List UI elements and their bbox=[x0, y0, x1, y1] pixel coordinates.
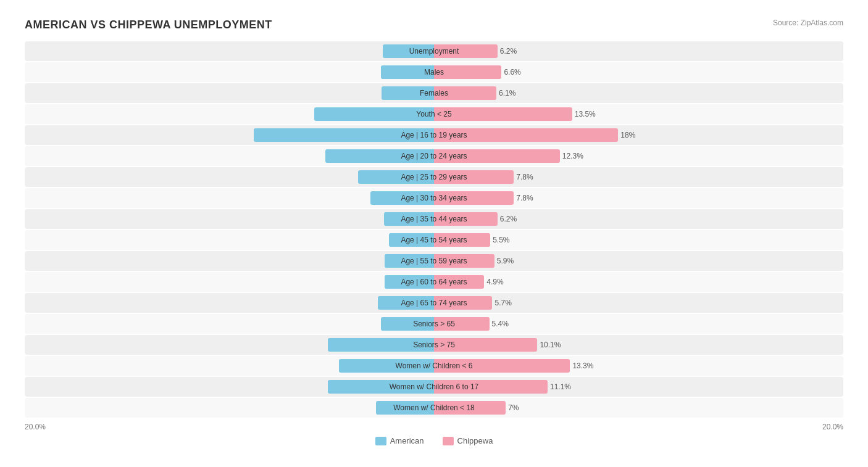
bar-right bbox=[434, 65, 501, 79]
row-label: Women w/ Children < 18 bbox=[393, 403, 475, 412]
bar-right-container: 12.3% bbox=[434, 146, 843, 166]
bar-right-value: 5.7% bbox=[495, 299, 867, 307]
bar-right-value: 11.1% bbox=[550, 382, 867, 391]
legend-color-american bbox=[375, 437, 386, 445]
bar-left-container: 5.2% bbox=[25, 314, 434, 334]
row-inner: 4.8% Age | 55 to 59 years 5.9% bbox=[25, 251, 843, 271]
row-label: Age | 60 to 64 years bbox=[401, 278, 467, 286]
bar-left-container: 4.4% bbox=[25, 230, 434, 250]
bar-row: 17.6% Age | 16 to 19 years 18% bbox=[25, 125, 843, 145]
row-label: Age | 55 to 59 years bbox=[401, 257, 467, 265]
bar-left-container: 5% bbox=[25, 41, 434, 61]
legend-label-american: American bbox=[390, 436, 424, 445]
row-label: Females bbox=[420, 89, 448, 97]
row-label: Age | 30 to 34 years bbox=[401, 194, 467, 202]
bar-right-container: 7.8% bbox=[434, 167, 843, 187]
bar-row: 4.8% Age | 60 to 64 years 4.9% bbox=[25, 272, 843, 292]
bar-row: 5.2% Seniors > 65 5.4% bbox=[25, 314, 843, 334]
legend-color-chippewa bbox=[443, 437, 454, 445]
bar-right-container: 5.7% bbox=[434, 293, 843, 313]
legend: American Chippewa bbox=[25, 436, 843, 445]
bar-left-container: 11.7% bbox=[25, 104, 434, 124]
bar-left-container: 5.5% bbox=[25, 293, 434, 313]
bar-right-container: 6.6% bbox=[434, 62, 843, 82]
bar-row: 6.2% Age | 30 to 34 years 7.8% bbox=[25, 188, 843, 208]
row-label: Age | 35 to 44 years bbox=[401, 215, 467, 223]
row-label: Age | 25 to 29 years bbox=[401, 173, 467, 181]
bar-left-container: 5.2% bbox=[25, 62, 434, 82]
bar-left-container: 4.8% bbox=[25, 272, 434, 292]
legend-label-chippewa: Chippewa bbox=[457, 436, 493, 445]
bar-row: 10.4% Women w/ Children 6 to 17 11.1% bbox=[25, 377, 843, 397]
bar-right-value: 13.3% bbox=[572, 362, 867, 370]
bar-row: 7.4% Age | 25 to 29 years 7.8% bbox=[25, 167, 843, 187]
bar-row: 11.7% Youth < 25 13.5% bbox=[25, 104, 843, 124]
bar-right-value: 7.8% bbox=[516, 194, 867, 202]
row-inner: 7.4% Age | 25 to 29 years 7.8% bbox=[25, 167, 843, 187]
bar-right-container: 5.5% bbox=[434, 230, 843, 250]
bar-row: 5.1% Females 6.1% bbox=[25, 83, 843, 103]
bar-row: 5% Unemployment 6.2% bbox=[25, 41, 843, 61]
bar-right-container: 18% bbox=[434, 125, 843, 145]
row-inner: 6.2% Age | 30 to 34 years 7.8% bbox=[25, 188, 843, 208]
row-inner: 4.8% Age | 60 to 64 years 4.9% bbox=[25, 272, 843, 292]
bar-right-container: 5.4% bbox=[434, 314, 843, 334]
bar-right-value: 4.9% bbox=[486, 278, 867, 286]
bar-left-container: 10.4% bbox=[25, 377, 434, 397]
bar-left-container: 17.6% bbox=[25, 125, 434, 145]
bottom-axis: 20.0% 20.0% bbox=[25, 423, 843, 431]
row-label: Seniors > 75 bbox=[413, 341, 455, 349]
row-inner: 5.5% Age | 65 to 74 years 5.7% bbox=[25, 293, 843, 313]
bar-right-container: 5.9% bbox=[434, 251, 843, 271]
bar-right-value: 5.9% bbox=[497, 257, 867, 265]
axis-left-label: 20.0% bbox=[25, 423, 46, 431]
row-inner: 11.7% Youth < 25 13.5% bbox=[25, 104, 843, 124]
row-label: Women w/ Children < 6 bbox=[396, 362, 473, 370]
bar-right-container: 6.2% bbox=[434, 209, 843, 229]
bar-right-value: 6.2% bbox=[500, 47, 867, 56]
bar-row: 10.6% Age | 20 to 24 years 12.3% bbox=[25, 146, 843, 166]
row-label: Age | 65 to 74 years bbox=[401, 299, 467, 307]
bar-right-value: 6.1% bbox=[499, 89, 867, 97]
row-label: Age | 45 to 54 years bbox=[401, 236, 467, 244]
bar-left-container: 4.8% bbox=[25, 251, 434, 271]
chart-area: 5% Unemployment 6.2% 5.2% Males bbox=[25, 41, 843, 418]
bar-right-container: 6.1% bbox=[434, 83, 843, 103]
row-inner: 5.2% Seniors > 65 5.4% bbox=[25, 314, 843, 334]
bar-right-container: 7.8% bbox=[434, 188, 843, 208]
bar-row: 10.4% Seniors > 75 10.1% bbox=[25, 335, 843, 355]
legend-item-chippewa: Chippewa bbox=[443, 436, 493, 445]
bar-right-value: 5.4% bbox=[492, 320, 867, 328]
bar-right-value: 12.3% bbox=[562, 152, 867, 160]
bar-right-value: 7% bbox=[508, 403, 867, 412]
bar-left-container: 5.7% bbox=[25, 398, 434, 418]
row-label: Youth < 25 bbox=[416, 110, 451, 118]
bar-left-container: 10.4% bbox=[25, 335, 434, 355]
bar-row: 4.4% Age | 45 to 54 years 5.5% bbox=[25, 230, 843, 250]
bar-right-container: 7% bbox=[434, 398, 843, 418]
bar-right-container: 10.1% bbox=[434, 335, 843, 355]
row-label: Males bbox=[424, 68, 444, 76]
row-inner: 17.6% Age | 16 to 19 years 18% bbox=[25, 125, 843, 145]
bar-right-value: 6.6% bbox=[504, 68, 867, 76]
bar-right-value: 18% bbox=[620, 131, 867, 139]
row-inner: 5% Unemployment 6.2% bbox=[25, 41, 843, 61]
bar-row: 5.5% Age | 65 to 74 years 5.7% bbox=[25, 293, 843, 313]
bar-right-value: 6.2% bbox=[500, 215, 867, 223]
bar-row: 5.2% Males 6.6% bbox=[25, 62, 843, 82]
chart-source: Source: ZipAtlas.com bbox=[773, 19, 843, 27]
bar-right-container: 4.9% bbox=[434, 272, 843, 292]
bar-left-container: 6.2% bbox=[25, 188, 434, 208]
bar-right-value: 10.1% bbox=[540, 341, 867, 349]
bar-right-container: 11.1% bbox=[434, 377, 843, 397]
chart-container: AMERICAN VS CHIPPEWA UNEMPLOYMENT Source… bbox=[12, 12, 856, 458]
row-label: Women w/ Children 6 to 17 bbox=[390, 382, 479, 391]
bar-right-container: 6.2% bbox=[434, 41, 843, 61]
bar-right-value: 13.5% bbox=[575, 110, 867, 118]
row-label: Age | 16 to 19 years bbox=[401, 131, 467, 139]
bar-left-container: 10.6% bbox=[25, 146, 434, 166]
row-inner: 5.7% Women w/ Children < 18 7% bbox=[25, 398, 843, 418]
bar-right bbox=[434, 107, 572, 121]
bar-row: 4.8% Age | 55 to 59 years 5.9% bbox=[25, 251, 843, 271]
bar-left-container: 9.3% bbox=[25, 356, 434, 376]
